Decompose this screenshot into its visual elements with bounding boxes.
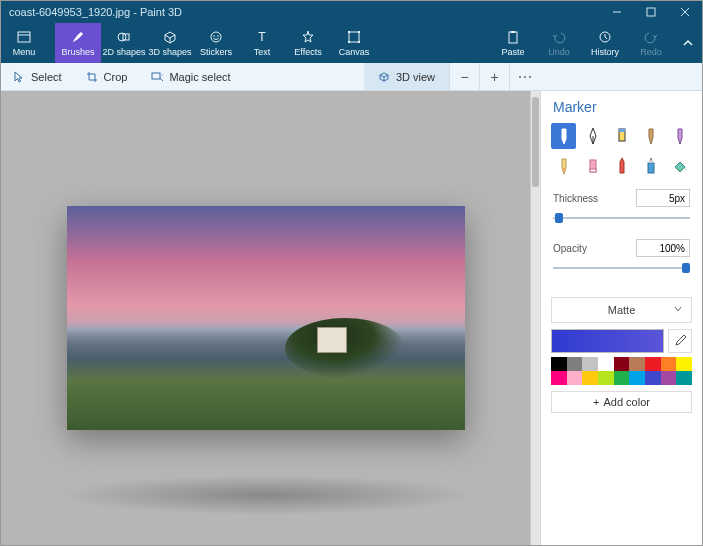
thickness-slider[interactable] — [553, 211, 690, 225]
svg-point-21 — [162, 74, 163, 75]
color-swatch[interactable] — [645, 371, 661, 385]
color-swatch[interactable] — [629, 357, 645, 371]
svg-rect-29 — [590, 169, 596, 172]
undo-button[interactable]: Undo — [536, 23, 582, 63]
ribbon-toolbar: Menu Brushes 2D shapes 3D shapes Sticker… — [1, 23, 702, 63]
paste-button[interactable]: Paste — [490, 23, 536, 63]
material-dropdown[interactable]: Matte — [551, 297, 692, 323]
titlebar: coast-6049953_1920.jpg - Paint 3D — [1, 1, 702, 23]
svg-point-24 — [529, 76, 531, 78]
brush-oil[interactable] — [609, 123, 634, 149]
thickness-label: Thickness — [553, 193, 598, 204]
window-title: coast-6049953_1920.jpg - Paint 3D — [1, 6, 600, 18]
canvas-tab[interactable]: Canvas — [331, 23, 377, 63]
svg-rect-17 — [509, 32, 517, 43]
2d-shapes-tab[interactable]: 2D shapes — [101, 23, 147, 63]
vertical-scrollbar[interactable] — [530, 91, 540, 545]
brush-spray-can[interactable] — [638, 153, 663, 179]
crop-tool[interactable]: Crop — [74, 63, 140, 90]
color-swatch[interactable] — [661, 357, 677, 371]
color-swatch[interactable] — [598, 371, 614, 385]
brush-eraser[interactable] — [580, 153, 605, 179]
brush-calligraphy-pen[interactable] — [580, 123, 605, 149]
svg-rect-14 — [358, 31, 360, 33]
zoom-in-button[interactable]: + — [479, 63, 509, 90]
color-swatch[interactable] — [582, 357, 598, 371]
opacity-slider[interactable] — [553, 261, 690, 275]
svg-rect-13 — [348, 31, 350, 33]
color-swatch[interactable] — [661, 371, 677, 385]
sub-toolbar: Select Crop Magic select 3D view − + — [1, 63, 702, 91]
3d-view-toggle[interactable]: 3D view — [364, 63, 449, 90]
text-tab[interactable]: T Text — [239, 23, 285, 63]
crop-icon — [86, 71, 98, 83]
current-color[interactable] — [551, 329, 664, 353]
svg-rect-4 — [18, 32, 30, 42]
menu-button[interactable]: Menu — [1, 23, 47, 63]
thickness-section: Thickness — [541, 179, 702, 229]
svg-rect-27 — [619, 129, 625, 132]
svg-point-10 — [217, 35, 219, 37]
magic-select-tool[interactable]: Magic select — [139, 63, 242, 90]
opacity-label: Opacity — [553, 243, 587, 254]
brush-watercolor[interactable] — [638, 123, 663, 149]
svg-point-22 — [519, 76, 521, 78]
redo-button[interactable]: Redo — [628, 23, 674, 63]
main-area: Marker Thickness — [1, 91, 702, 545]
stickers-tab[interactable]: Stickers — [193, 23, 239, 63]
select-tool[interactable]: Select — [1, 63, 74, 90]
history-button[interactable]: History — [582, 23, 628, 63]
plus-icon: + — [593, 396, 599, 408]
scrollbar-thumb[interactable] — [532, 97, 539, 187]
app-window: coast-6049953_1920.jpg - Paint 3D Menu B… — [0, 0, 703, 546]
eyedropper-icon — [673, 334, 687, 348]
cursor-icon — [13, 71, 25, 83]
zoom-out-button[interactable]: − — [449, 63, 479, 90]
canvas-image[interactable] — [67, 206, 465, 430]
3d-shapes-tab[interactable]: 3D shapes — [147, 23, 193, 63]
maximize-button[interactable] — [634, 1, 668, 23]
svg-rect-15 — [348, 41, 350, 43]
cube-icon — [378, 71, 390, 83]
magic-select-icon — [151, 71, 163, 83]
sidebar: Marker Thickness — [540, 91, 702, 545]
eyedropper-button[interactable] — [668, 329, 692, 353]
svg-point-9 — [213, 35, 215, 37]
brush-pixel-pen[interactable] — [667, 123, 692, 149]
close-button[interactable] — [668, 1, 702, 23]
color-swatch[interactable] — [676, 371, 692, 385]
color-swatch[interactable] — [567, 357, 583, 371]
brush-fill[interactable] — [667, 153, 692, 179]
color-swatch[interactable] — [551, 357, 567, 371]
more-options-button[interactable] — [509, 63, 539, 90]
opacity-section: Opacity — [541, 229, 702, 279]
brushes-tab[interactable]: Brushes — [55, 23, 101, 63]
brush-marker[interactable] — [551, 123, 576, 149]
chevron-down-icon — [673, 304, 683, 316]
color-swatch[interactable] — [598, 357, 614, 371]
brush-grid — [541, 123, 702, 179]
color-swatch[interactable] — [676, 357, 692, 371]
add-color-button[interactable]: + Add color — [551, 391, 692, 413]
effects-tab[interactable]: Effects — [285, 23, 331, 63]
thickness-input[interactable] — [636, 189, 690, 207]
canvas-area[interactable] — [1, 91, 530, 545]
svg-rect-1 — [647, 8, 655, 16]
svg-point-8 — [211, 32, 221, 42]
color-swatch[interactable] — [629, 371, 645, 385]
color-swatch[interactable] — [614, 357, 630, 371]
brush-crayon[interactable] — [609, 153, 634, 179]
svg-rect-12 — [349, 32, 359, 42]
color-swatch[interactable] — [582, 371, 598, 385]
minimize-button[interactable] — [600, 1, 634, 23]
svg-rect-30 — [648, 163, 654, 173]
svg-rect-32 — [650, 158, 652, 160]
color-swatch[interactable] — [614, 371, 630, 385]
color-swatches — [551, 357, 692, 385]
color-swatch[interactable] — [645, 357, 661, 371]
color-swatch[interactable] — [567, 371, 583, 385]
ribbon-expand-button[interactable] — [674, 23, 702, 63]
color-swatch[interactable] — [551, 371, 567, 385]
opacity-input[interactable] — [636, 239, 690, 257]
brush-pencil[interactable] — [551, 153, 576, 179]
